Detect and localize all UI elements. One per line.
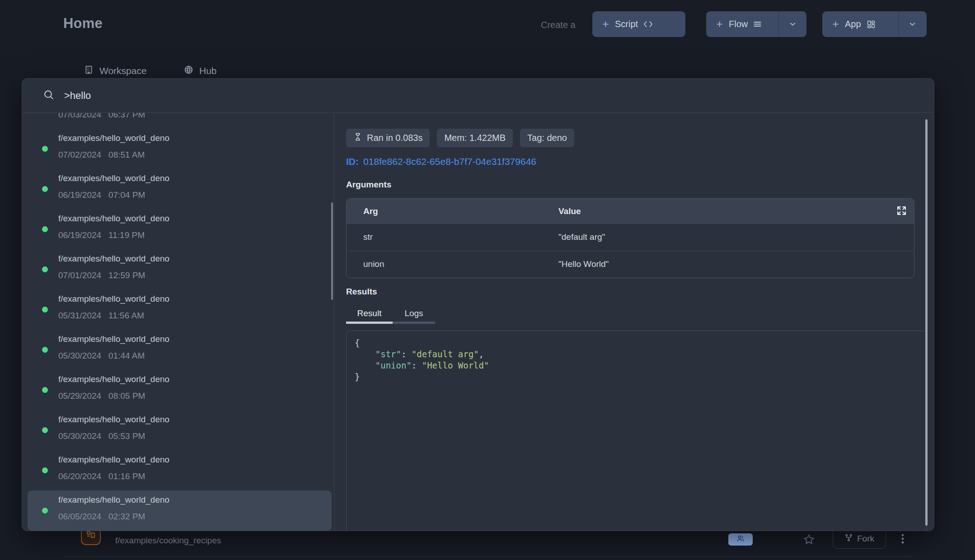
- run-timestamp: 06/05/202402:32 PM: [58, 512, 145, 522]
- create-flow-button[interactable]: Flow: [706, 11, 806, 37]
- run-list-item[interactable]: f/examples/hello_world_deno05/30/202401:…: [28, 330, 332, 370]
- run-path: f/examples/hello_world_deno: [58, 214, 169, 224]
- status-success-dot: [42, 266, 48, 272]
- column-header-value: Value: [558, 206, 581, 216]
- users-icon: [736, 534, 745, 545]
- duration-badge: Ran in 0.083s: [346, 129, 430, 147]
- create-script-button[interactable]: Script: [592, 11, 685, 37]
- tab-hub[interactable]: Hub: [184, 65, 217, 77]
- search-icon: [43, 89, 54, 102]
- detail-scrollbar-thumb[interactable]: [925, 119, 928, 526]
- create-a-label: Create a: [541, 20, 576, 30]
- run-path: f/examples/hello_world_deno: [58, 173, 169, 183]
- result-tab-result[interactable]: Result: [346, 304, 393, 324]
- run-list: f/examples/hello_world_deno07/03/202406:…: [22, 113, 334, 531]
- run-list-item[interactable]: f/examples/hello_world_deno05/31/202411:…: [28, 289, 332, 330]
- status-success-dot: [42, 427, 48, 433]
- status-success-dot: [42, 226, 48, 232]
- expand-icon[interactable]: [896, 205, 907, 219]
- flow-dropdown-button[interactable]: [778, 11, 806, 37]
- status-success-dot: [42, 387, 48, 393]
- result-tab-logs[interactable]: Logs: [393, 304, 435, 324]
- search-input[interactable]: [64, 90, 606, 102]
- arg-value-cell: "default arg": [558, 232, 605, 242]
- create-flow-main[interactable]: Flow: [706, 11, 778, 37]
- run-list-item[interactable]: f/examples/hello_world_deno06/05/202402:…: [28, 490, 332, 531]
- run-path: f/examples/hello_world_deno: [58, 334, 169, 344]
- run-list-item[interactable]: f/examples/hello_world_deno05/30/202405:…: [28, 410, 332, 450]
- run-list-item[interactable]: f/examples/hello_world_deno07/02/202408:…: [28, 129, 332, 169]
- command-palette-modal: f/examples/hello_world_deno07/03/202406:…: [22, 78, 934, 531]
- create-app-button[interactable]: App: [822, 11, 927, 37]
- run-list-item[interactable]: f/examples/hello_world_deno07/01/202412:…: [28, 249, 332, 289]
- run-list-item[interactable]: f/examples/hello_world_deno07/03/202406:…: [28, 113, 332, 129]
- hourglass-icon: [353, 132, 362, 144]
- code-line: "str": "default arg",: [355, 349, 918, 360]
- arg-name-cell: str: [363, 232, 373, 242]
- run-path: f/examples/hello_world_deno: [58, 495, 169, 505]
- duration-badge-label: Ran in 0.083s: [367, 133, 422, 143]
- fork-button[interactable]: Fork: [833, 528, 886, 549]
- tab-hub-label: Hub: [199, 65, 217, 76]
- run-list-item[interactable]: f/examples/hello_world_deno06/19/202407:…: [28, 169, 332, 209]
- run-list-item[interactable]: f/examples/hello_world_deno06/19/202411:…: [28, 209, 332, 249]
- status-success-dot: [42, 467, 48, 473]
- run-timestamp: 05/31/202411:56 AM: [58, 311, 144, 321]
- create-script-label: Script: [615, 19, 638, 29]
- app-grid-icon: [866, 19, 876, 29]
- result-json-viewer: { "str": "default arg", "union": "Hello …: [346, 331, 927, 531]
- run-timestamp: 07/01/202412:59 PM: [58, 271, 145, 280]
- create-flow-label: Flow: [729, 19, 748, 29]
- app-item-path-link[interactable]: f/examples/cooking_recipes: [115, 536, 221, 546]
- run-path: f/examples/hello_world_deno: [58, 133, 169, 143]
- column-header-arg: Arg: [363, 206, 378, 216]
- run-timestamp: 05/30/202401:44 AM: [58, 351, 145, 361]
- create-app-label: App: [845, 19, 861, 29]
- run-path: f/examples/hello_world_deno: [58, 294, 169, 304]
- run-path: f/examples/hello_world_deno: [58, 415, 169, 425]
- code-line: {: [355, 337, 918, 349]
- plus-icon: [831, 20, 840, 28]
- status-success-dot: [42, 307, 48, 313]
- arguments-table-body: str"default arg"union"Hello World": [347, 224, 914, 278]
- run-id-link[interactable]: 018fe862-8c62-65e8-b7f7-04e31f379646: [363, 156, 536, 167]
- create-script-main[interactable]: Script: [592, 11, 662, 37]
- create-app-main[interactable]: App: [822, 11, 898, 37]
- arguments-table: Arg Value str"default arg"union"Hello Wo…: [346, 198, 914, 278]
- tag-badge-label: Tag: deno: [527, 133, 567, 143]
- arg-name-cell: union: [363, 259, 384, 269]
- run-timestamp: 07/02/202408:51 AM: [58, 150, 145, 160]
- code-icon: [643, 19, 653, 29]
- results-section-title: Results: [346, 287, 377, 297]
- status-success-dot: [42, 186, 48, 192]
- git-fork-icon: [844, 533, 853, 544]
- memory-badge-label: Mem: 1.422MB: [444, 133, 506, 143]
- flow-lines-icon: [753, 19, 762, 29]
- status-success-dot: [42, 508, 48, 513]
- run-list-item[interactable]: f/examples/hello_world_deno05/29/202408:…: [28, 370, 332, 410]
- memory-badge: Mem: 1.422MB: [437, 129, 513, 147]
- results-tabs: ResultLogs: [346, 304, 435, 324]
- app-dropdown-button[interactable]: [898, 11, 926, 37]
- globe-icon: [184, 65, 193, 77]
- run-id-row: ID:018fe862-8c62-65e8-b7f7-04e31f379646: [346, 156, 536, 167]
- run-list-item[interactable]: f/examples/hello_world_deno06/20/202401:…: [28, 450, 332, 490]
- search-bar: [22, 79, 934, 112]
- kebab-menu-icon[interactable]: [897, 532, 908, 547]
- run-meta-badges: Ran in 0.083s Mem: 1.422MB Tag: deno: [346, 129, 574, 147]
- plus-icon: [715, 20, 724, 28]
- plus-icon: [601, 20, 610, 28]
- list-scrollbar-thumb[interactable]: [331, 202, 333, 300]
- code-line: "union": "Hello World": [355, 360, 918, 371]
- arguments-section-title: Arguments: [346, 180, 391, 190]
- shared-users-badge: [728, 533, 753, 546]
- run-timestamp: 05/29/202408:05 PM: [58, 391, 145, 401]
- page-title: Home: [63, 15, 103, 32]
- star-icon[interactable]: [803, 533, 815, 547]
- arguments-table-header: Arg Value: [347, 199, 914, 224]
- tab-workspace[interactable]: Workspace: [84, 65, 147, 77]
- tab-workspace-label: Workspace: [99, 65, 147, 76]
- run-timestamp: 05/30/202405:53 PM: [58, 431, 145, 441]
- run-path: f/examples/hello_world_deno: [58, 374, 169, 384]
- run-timestamp: 06/20/202401:16 PM: [58, 471, 145, 481]
